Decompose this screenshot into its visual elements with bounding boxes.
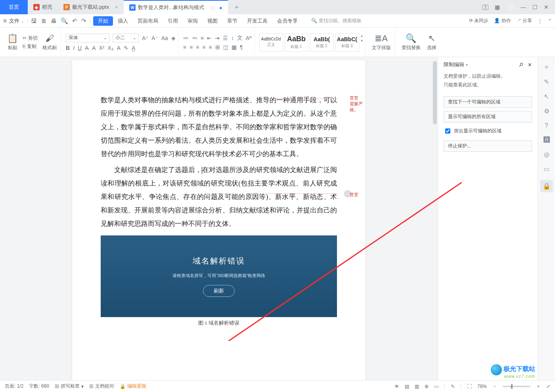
rail-select-icon[interactable]: ↖ xyxy=(544,93,549,100)
format-painter-button[interactable]: 🖌格式刷 xyxy=(41,33,58,51)
font-color-icon[interactable]: A xyxy=(117,45,121,51)
ribbon-tab-review[interactable]: 审阅 xyxy=(183,14,203,27)
font-name-select[interactable]: 宋体⌄ xyxy=(66,34,109,42)
window-badge[interactable]: 2 xyxy=(482,5,488,10)
indent-dec-icon[interactable]: ⇤ xyxy=(207,35,212,41)
view-outline-icon[interactable]: ▥ xyxy=(415,384,419,389)
borders-icon[interactable]: ▦ xyxy=(232,44,237,50)
rail-translate-icon[interactable]: 🅰 xyxy=(544,136,550,143)
copy-button[interactable]: ⎘ 复制 xyxy=(23,43,38,50)
rail-location-icon[interactable]: ◎ xyxy=(544,151,549,158)
spell-check-toggle[interactable]: ☒ 拼写检查 ▾ xyxy=(55,383,84,390)
document-page[interactable]: 数学是人类对事物的抽象结构与模式进行严格描述、推导的一种通用手段，可以应用于现实… xyxy=(72,60,366,380)
zoom-fit-icon[interactable]: ⛶ xyxy=(467,384,472,389)
zoom-level[interactable]: 76% xyxy=(477,384,487,389)
share-button[interactable]: ↗ 分享 xyxy=(517,17,532,24)
rail-new-icon[interactable]: ✧ xyxy=(544,63,549,71)
align-justify-icon[interactable]: ≡ xyxy=(202,44,205,50)
char-border-icon[interactable]: A̲ xyxy=(132,45,136,51)
zoom-in-icon[interactable]: ＋ xyxy=(536,383,541,390)
zoom-out-icon[interactable]: － xyxy=(492,383,497,390)
style-normal[interactable]: AaBbCcDd正文 xyxy=(259,33,283,52)
ribbon-tab-view[interactable]: 视图 xyxy=(203,14,222,27)
comment-2[interactable]: 苔苔 xyxy=(350,192,358,198)
tab-stops-icon[interactable]: ⊞ xyxy=(215,44,220,50)
rail-settings-icon[interactable]: ⚙ xyxy=(544,107,549,115)
underline-icon[interactable]: U xyxy=(78,45,82,51)
sort-icon[interactable]: ☰ xyxy=(223,35,228,41)
rail-lock-icon[interactable]: 🔒 xyxy=(540,180,553,192)
line-spacing-icon[interactable]: ↕ xyxy=(231,35,234,41)
highlight-checkbox-input[interactable] xyxy=(445,128,450,134)
vertical-scrollbar[interactable] xyxy=(432,57,438,380)
bold-icon[interactable]: B xyxy=(66,45,70,51)
superscript-icon[interactable]: X² xyxy=(99,45,104,51)
comment-1[interactable]: 苔苔 需要严格。 xyxy=(350,95,366,113)
new-tab-button[interactable]: ＋ xyxy=(228,0,245,14)
sync-status[interactable]: ⟳ 未同步 xyxy=(469,17,488,24)
grow-font-icon[interactable]: A⁺ xyxy=(142,35,148,41)
paste-button[interactable]: 📋粘贴 xyxy=(6,33,19,51)
edit-restricted-indicator[interactable]: 🔒 编辑受限 xyxy=(120,383,146,390)
find-replace-button[interactable]: 🔍查找替换 xyxy=(400,33,422,51)
save-icon[interactable]: 🖫 xyxy=(31,17,37,24)
emphasis-icon[interactable]: A xyxy=(92,45,96,51)
align-distribute-icon[interactable]: ≡ xyxy=(209,44,212,50)
tab-doc-active[interactable]: W 数学是人类对...象结构与模式 ▢ ● xyxy=(124,0,228,14)
ribbon-tab-start[interactable]: 开始 xyxy=(93,16,113,26)
avatar-icon[interactable] xyxy=(506,3,514,11)
cut-button[interactable]: ✂ 剪切 xyxy=(23,35,38,42)
align-center-icon[interactable]: ≡ xyxy=(189,44,193,50)
bullets-icon[interactable]: ≔ xyxy=(183,35,189,41)
align-right-icon[interactable]: ≡ xyxy=(196,44,199,50)
collapse-ribbon-icon[interactable]: ⌃ xyxy=(548,18,552,24)
highlight-regions-checkbox[interactable]: 突出显示可编辑的区域 xyxy=(444,127,532,135)
ribbon-tab-dev[interactable]: 开发工具 xyxy=(242,14,272,27)
ribbon-tab-section[interactable]: 章节 xyxy=(222,14,242,27)
select-button[interactable]: ↖选择 xyxy=(425,33,438,51)
align-tools-icon[interactable]: Aª xyxy=(246,35,252,41)
close-window-button[interactable]: ✕ xyxy=(544,4,549,10)
highlight-icon[interactable]: ✎ xyxy=(124,45,128,51)
tab-pptx[interactable]: P 极光下载站.pptx ✕ xyxy=(58,0,124,14)
page-indicator[interactable]: 页面: 1/2 xyxy=(5,383,23,390)
print-icon[interactable]: 🖶 xyxy=(51,17,57,24)
file-menu[interactable]: 文件 ⌄ xyxy=(9,17,24,25)
proofread-toggle[interactable]: ☒ 文档校对 xyxy=(89,383,114,390)
ribbon-tab-reference[interactable]: 引用 xyxy=(163,14,183,27)
redo-icon[interactable]: ↷ xyxy=(81,17,86,25)
indent-inc-icon[interactable]: ⇥ xyxy=(215,35,220,41)
rail-style-icon[interactable]: ✎ xyxy=(544,78,549,86)
para-marks-icon[interactable]: ¶ xyxy=(240,44,243,50)
save-as-icon[interactable]: 🗎 xyxy=(41,17,47,24)
note-icon[interactable]: ✎ xyxy=(451,384,455,389)
more-icon[interactable]: ⋮ xyxy=(538,18,542,24)
style-h1[interactable]: AaBb标题 1 xyxy=(285,33,308,52)
word-count[interactable]: 字数: 680 xyxy=(29,383,49,390)
eye-mode-icon[interactable]: 👁 xyxy=(394,384,399,389)
numbering-icon[interactable]: ≕ xyxy=(192,35,197,41)
style-h3[interactable]: AaBbC(标题 3 xyxy=(335,33,359,52)
fullscreen-icon[interactable]: ⤢ xyxy=(546,384,550,389)
search-box[interactable]: 🔍 查找功能、搜索模板 xyxy=(311,17,361,24)
rail-read-icon[interactable]: ▭ xyxy=(544,165,549,173)
print-preview-icon[interactable]: 🔍 xyxy=(61,17,68,25)
stop-protection-button[interactable]: 停止保护... xyxy=(444,140,532,152)
view-layout-icon[interactable]: ▤ xyxy=(405,384,409,389)
ribbon-tab-insert[interactable]: 插入 xyxy=(113,14,133,27)
minimize-button[interactable]: — xyxy=(521,4,526,10)
style-h2[interactable]: AaBb(标题 2 xyxy=(310,33,334,52)
text-layout-button[interactable]: ≣A文字排版 xyxy=(370,33,392,51)
tab-window-icon[interactable]: ▢ xyxy=(211,5,214,10)
subscript-icon[interactable]: X₂ xyxy=(107,45,113,51)
apps-icon[interactable]: ▦ xyxy=(495,4,500,10)
clear-format-icon[interactable]: ◈ xyxy=(171,35,176,41)
ribbon-tab-member[interactable]: 会员专享 xyxy=(272,14,302,27)
tab-daoke[interactable]: ◆ 稻壳 xyxy=(28,0,58,14)
tab-home[interactable]: 首页 xyxy=(0,0,28,14)
show-all-regions-button[interactable]: 显示可编辑的所有区域 xyxy=(444,111,532,122)
shading-icon[interactable]: ◫ xyxy=(223,44,228,50)
menu-icon[interactable]: ≡ xyxy=(3,17,7,25)
font-size-select[interactable]: 小二⌄ xyxy=(113,34,139,42)
styles-scroller[interactable]: ▴▾ xyxy=(361,33,363,43)
